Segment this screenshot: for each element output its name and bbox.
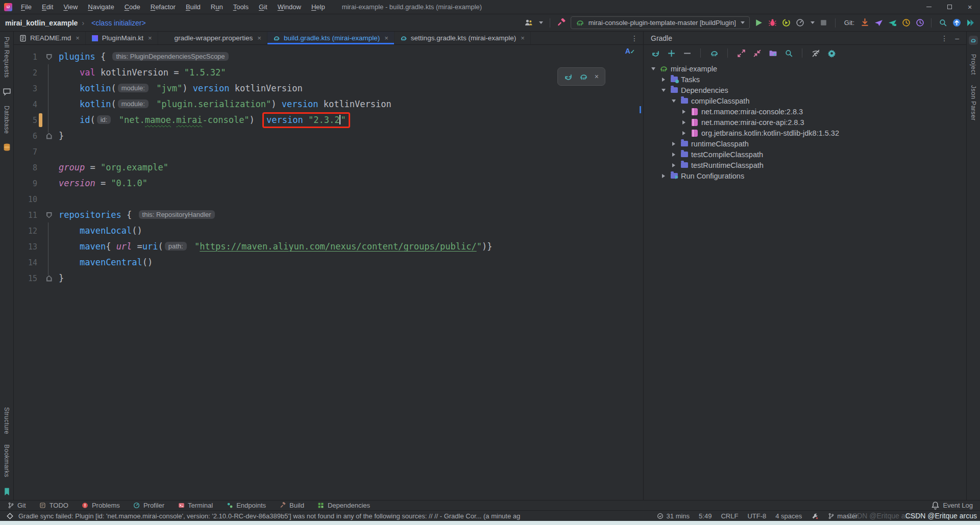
breadcrumb-member[interactable]: <class initializer> [91,19,146,27]
tree-item[interactable]: net.mamoe:mirai-core-api:2.8.3 [644,117,966,128]
search-everywhere-icon[interactable] [938,18,947,28]
tree-item[interactable]: Dependencies [644,85,966,95]
code-line[interactable]: 7 [14,144,643,160]
tool-window-button-git[interactable]: Git [7,502,26,509]
fold-marker-icon[interactable] [46,54,52,60]
debug-button[interactable] [768,18,777,28]
menu-tools[interactable]: Tools [229,2,253,12]
run-configuration-select[interactable]: mirai-console-plugin-template-master [bu… [571,16,750,29]
tree-item[interactable]: org.jetbrains.kotlin:kotlin-stdlib-jdk8:… [644,128,966,138]
menu-view[interactable]: View [59,2,82,12]
line-number[interactable]: 14 [14,258,37,267]
tab-pluginmain.kt[interactable]: PluginMain.kt× [86,32,158,44]
code-line[interactable]: 11repositories { this: RepositoryHandler [14,207,643,223]
fold-marker-icon[interactable] [46,276,52,282]
ide-update-icon[interactable] [952,18,961,28]
users-chevron-icon[interactable] [539,21,543,24]
status-item-31-mins[interactable]: 31 mins [657,512,690,520]
tree-chevron-icon[interactable] [680,110,688,114]
tree-item[interactable]: testRuntimeClasspath [644,160,966,170]
code-line[interactable]: 10 [14,191,643,207]
close-icon[interactable]: × [595,72,599,81]
coverage-button[interactable] [782,18,791,28]
code-line[interactable]: 4 kotlin(module: "plugin.serialization")… [14,96,643,112]
gutter-fold-column[interactable] [43,276,55,282]
line-number[interactable]: 8 [14,163,37,172]
tab-gradle-wrapper.properties[interactable]: gradle-wrapper.properties× [158,32,267,44]
tree-item[interactable]: compileClasspath [644,95,966,106]
menu-code[interactable]: Code [120,2,145,12]
tab-build.gradle.kts[interactable]: build.gradle.kts (mirai-example)× [267,32,395,44]
close-icon[interactable]: × [257,34,261,42]
tool-window-button-dependencies[interactable]: Dependencies [317,502,370,509]
menu-file[interactable]: File [16,2,36,12]
run-button[interactable] [754,18,764,28]
close-icon[interactable]: × [148,34,152,42]
line-number[interactable]: 12 [14,227,37,236]
event-log-button[interactable]: Event Log [930,501,973,510]
execute-gradle-task-icon[interactable] [709,48,719,58]
stripe-structure[interactable]: Structure [3,402,10,439]
line-number[interactable]: 9 [14,179,37,188]
line-number[interactable]: 13 [14,242,37,252]
close-icon[interactable]: × [384,34,388,42]
stripe-bookmarks[interactable]: Bookmarks [3,439,10,483]
fold-marker-icon[interactable] [46,212,52,218]
status-item-crlf[interactable]: CRLF [721,512,738,520]
bookmark-icon[interactable] [2,487,11,496]
add-icon[interactable] [667,48,676,58]
line-number[interactable]: 6 [14,132,37,141]
minimize-icon[interactable] [919,0,939,14]
menu-navigate[interactable]: Navigate [83,2,118,12]
git-commit-push-icon[interactable] [874,18,883,28]
close-icon[interactable]: × [521,34,525,42]
gutter-fold-column[interactable] [43,133,55,139]
code-line[interactable]: 3 kotlin(module: "jvm") version kotlinVe… [14,81,643,96]
tree-chevron-icon[interactable] [650,67,657,70]
line-number[interactable]: 7 [14,147,37,157]
comment-icon[interactable] [2,87,11,96]
tree-chevron-icon[interactable] [660,78,667,82]
menu-help[interactable]: Help [307,2,330,12]
close-icon[interactable]: × [76,34,80,42]
line-number[interactable]: 4 [14,100,37,109]
status-item-4-spaces[interactable]: 4 spaces [775,512,802,520]
more-tabs-icon[interactable]: ⋮ [626,32,643,44]
tree-chevron-icon[interactable] [670,142,677,146]
collapse-all-icon[interactable] [752,48,762,58]
remove-icon[interactable] [682,48,692,58]
line-number[interactable]: 10 [14,195,37,204]
tree-item[interactable]: mirai-example [644,63,966,74]
code-line[interactable]: 2 val kotlinVersion = "1.5.32" [14,65,643,81]
tool-window-button-build[interactable]: Build [279,502,304,509]
refresh-gradle-icon[interactable] [651,48,660,58]
status-item-5:49[interactable]: 5:49 [699,512,712,520]
tree-item[interactable]: Tasks [644,74,966,85]
search-tree-icon[interactable] [784,48,793,58]
rollback-icon[interactable] [915,18,924,28]
stripe-pull-requests[interactable]: Pull Requests [3,32,10,83]
line-number[interactable]: 11 [14,211,37,220]
tool-window-button-problems[interactable]: Problems [82,502,120,509]
fold-marker-icon[interactable] [46,133,52,139]
menu-git[interactable]: Git [254,2,272,12]
status-item-utf-8[interactable]: UTF-8 [747,512,766,520]
tree-chevron-icon[interactable] [670,153,677,157]
database-icon[interactable] [2,143,11,152]
panel-hide-icon[interactable]: – [955,34,959,42]
expand-all-icon[interactable] [737,48,746,58]
line-number[interactable]: 3 [14,84,37,93]
stripe-database[interactable]: Database [3,101,10,139]
tree-item[interactable]: testCompileClasspath [644,149,966,160]
tree-item[interactable]: runtimeClasspath [644,138,966,149]
git-push-icon[interactable] [888,18,897,28]
gradle-settings-icon[interactable] [827,48,836,58]
tool-window-button-endpoints[interactable]: Endpoints [226,502,266,509]
tool-window-button-terminal[interactable]: Terminal [178,502,213,509]
gradle-stripe-icon[interactable] [969,36,978,45]
tree-chevron-icon[interactable] [660,89,667,92]
reload-icon[interactable] [564,72,573,81]
code-line[interactable]: 13 maven{ url =uri(path: "https://maven.… [14,239,643,255]
code-line[interactable]: 5 id(id: "net.mamoe.mirai-console") vers… [14,112,643,128]
line-number[interactable]: 5 [14,116,37,125]
